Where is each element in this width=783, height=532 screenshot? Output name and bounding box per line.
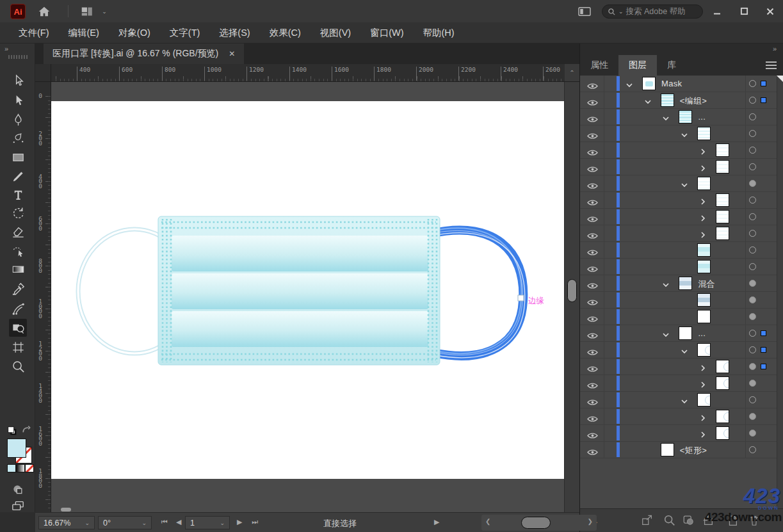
target-circle[interactable]: [749, 313, 756, 320]
layer-row[interactable]: [580, 425, 777, 442]
color-swatch[interactable]: [7, 464, 16, 472]
layer-name[interactable]: Mask: [661, 79, 682, 88]
visibility-eye-icon[interactable]: [587, 264, 598, 275]
layer-thumbnail[interactable]: [716, 143, 729, 157]
target-circle[interactable]: [749, 163, 756, 170]
eraser-tool-icon[interactable]: [9, 222, 27, 240]
chevron-down-icon[interactable]: [644, 97, 652, 104]
search-scope-chevron-icon[interactable]: ⌄: [618, 8, 624, 15]
selection-square[interactable]: [761, 97, 766, 103]
fill-swatch[interactable]: [7, 439, 26, 458]
target-circle[interactable]: [749, 197, 756, 204]
rectangle-tool-icon[interactable]: [9, 148, 27, 166]
layer-row[interactable]: [580, 292, 777, 309]
layer-row-...[interactable]: ...: [580, 325, 777, 342]
target-circle[interactable]: [749, 413, 756, 420]
chevron-down-icon[interactable]: [626, 80, 633, 88]
layer-row[interactable]: [580, 342, 777, 359]
visibility-eye-icon[interactable]: [587, 97, 598, 109]
visibility-eye-icon[interactable]: [587, 347, 598, 359]
layer-row-混合[interactable]: 混合: [580, 275, 777, 292]
panel-menu-icon[interactable]: [766, 61, 777, 69]
toolbar-grip[interactable]: [8, 55, 28, 59]
target-circle[interactable]: [749, 113, 756, 120]
horizontal-scrollbar-thumb2[interactable]: [521, 517, 551, 529]
collect-for-export-button[interactable]: [641, 514, 654, 527]
layer-thumbnail[interactable]: [661, 443, 674, 456]
selection-tool-icon[interactable]: [9, 72, 27, 90]
visibility-eye-icon[interactable]: [587, 397, 598, 408]
layer-row-...[interactable]: ...: [580, 109, 777, 125]
arrange-documents-chevron-icon[interactable]: ⌄: [96, 3, 113, 20]
mask-body[interactable]: [158, 216, 440, 365]
pen-tool-icon[interactable]: [9, 111, 27, 129]
maximize-button[interactable]: [731, 0, 757, 22]
curvature-tool-icon[interactable]: [9, 129, 27, 147]
target-circle[interactable]: [749, 363, 756, 370]
target-circle[interactable]: [749, 280, 756, 287]
vertical-scrollbar-thumb[interactable]: [567, 279, 577, 302]
target-circle[interactable]: [749, 97, 756, 104]
document-tab[interactable]: 医用口罩 [转换].ai @ 16.67 % (RGB/预览) ✕: [44, 44, 244, 64]
scroll-right-icon[interactable]: ❯: [588, 518, 593, 525]
selection-square[interactable]: [761, 81, 766, 86]
visibility-eye-icon[interactable]: [587, 364, 598, 375]
chevron-right-icon[interactable]: [699, 163, 707, 171]
zoom-level-dropdown[interactable]: 16.67%⌄: [38, 516, 95, 529]
target-circle[interactable]: [749, 80, 756, 87]
menu-视图(V)[interactable]: 视图(V): [311, 22, 360, 44]
target-circle[interactable]: [749, 213, 756, 220]
share-screen-icon[interactable]: [576, 3, 593, 20]
layer-name[interactable]: ...: [698, 112, 706, 122]
minimize-button[interactable]: [704, 0, 730, 22]
artboard-tool-icon[interactable]: [9, 338, 27, 356]
gradient-tool-icon[interactable]: [9, 260, 27, 278]
visibility-eye-icon[interactable]: [587, 447, 598, 458]
color-mode-swatches[interactable]: [7, 464, 34, 472]
vertical-ruler[interactable]: 02 0 04 0 06 0 08 0 01 0 0 01 2 0 01 4 0…: [35, 82, 51, 512]
search-input[interactable]: ⌄ 搜索 Adobe 帮助: [602, 4, 703, 19]
target-circle[interactable]: [749, 396, 756, 403]
visibility-eye-icon[interactable]: [587, 247, 598, 259]
next-artboard-button[interactable]: ▶: [237, 518, 242, 526]
layer-thumbnail[interactable]: [716, 227, 729, 240]
layer-row[interactable]: [580, 192, 777, 209]
visibility-eye-icon[interactable]: [587, 147, 598, 159]
chevron-right-icon[interactable]: [699, 430, 707, 437]
layer-row[interactable]: [580, 209, 777, 225]
target-circle[interactable]: [749, 296, 756, 303]
gradient-swatch[interactable]: [16, 464, 25, 472]
home-icon[interactable]: [36, 3, 52, 20]
layer-row-Mask[interactable]: Mask: [580, 76, 777, 92]
visibility-eye-icon[interactable]: [587, 280, 598, 292]
chevron-right-icon[interactable]: [699, 363, 707, 371]
target-circle[interactable]: [749, 180, 756, 187]
scroll-up-arrow[interactable]: ⌃: [565, 64, 579, 82]
selection-square[interactable]: [761, 330, 766, 336]
menu-编辑(E)[interactable]: 编辑(E): [59, 22, 109, 44]
delete-button[interactable]: [748, 514, 761, 527]
layer-thumbnail[interactable]: [697, 177, 711, 190]
layer-row-编组[interactable]: <编组>: [580, 92, 777, 109]
tab-库[interactable]: 库: [657, 55, 686, 76]
layer-thumbnail[interactable]: [697, 243, 711, 257]
visibility-eye-icon[interactable]: [587, 181, 598, 192]
chevron-down-icon[interactable]: [681, 130, 688, 138]
chevron-right-icon[interactable]: [699, 413, 707, 421]
layer-name[interactable]: <编组>: [680, 95, 707, 107]
layer-name[interactable]: ...: [698, 328, 706, 338]
menu-对象(O)[interactable]: 对象(O): [109, 22, 160, 44]
layer-thumbnail[interactable]: [716, 210, 729, 223]
layer-row[interactable]: [580, 242, 777, 259]
horizontal-scrollbar-thumb[interactable]: [61, 508, 71, 512]
layer-thumbnail[interactable]: [697, 127, 711, 140]
chevron-down-icon[interactable]: [681, 346, 688, 354]
menu-窗口(W)[interactable]: 窗口(W): [360, 22, 413, 44]
target-circle[interactable]: [749, 130, 756, 137]
artboard-number-dropdown[interactable]: 1⌄: [185, 516, 230, 529]
target-circle[interactable]: [749, 346, 756, 353]
chevron-down-icon[interactable]: [681, 180, 688, 188]
target-circle[interactable]: [749, 330, 756, 337]
rotate-tool-icon[interactable]: [9, 204, 27, 222]
menu-效果(C)[interactable]: 效果(C): [260, 22, 311, 44]
